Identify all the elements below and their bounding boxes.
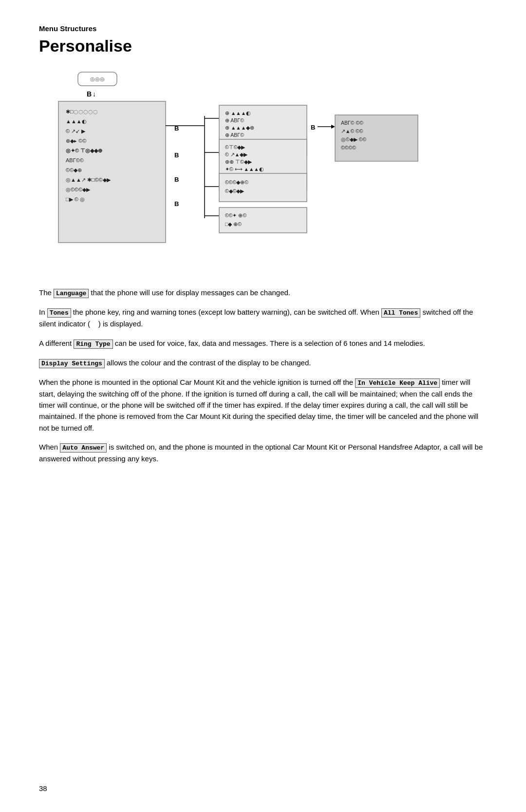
- svg-text:B: B: [174, 151, 179, 159]
- svg-text:ABΓ©  ©©: ABΓ© ©©: [341, 120, 363, 126]
- term-language: Language: [54, 289, 89, 298]
- page-number: 38: [39, 784, 47, 793]
- svg-text:© ↗▲◆▶: © ↗▲◆▶: [225, 151, 248, 157]
- paragraph-display-settings: Display Settings allows the colour and t…: [39, 357, 487, 369]
- svg-text:B: B: [87, 90, 92, 98]
- svg-text:B: B: [311, 124, 315, 131]
- section-label: Menu Structures: [39, 24, 487, 33]
- svg-text:▲▲▲◐: ▲▲▲◐: [66, 118, 87, 124]
- term-all-tones: All Tones: [381, 308, 420, 318]
- svg-text:B: B: [174, 176, 179, 183]
- paragraph-ring-type: A different Ring Type can be used for vo…: [39, 338, 487, 349]
- paragraph-auto-answer: When Auto Answer is switched on, and the…: [39, 441, 487, 464]
- svg-text:✱□◌◌◌◌◌: ✱□◌◌◌◌◌: [66, 109, 98, 114]
- svg-text:⊕  ABΓ©: ⊕ ABΓ©: [225, 132, 244, 138]
- svg-text:◎✦© ⊤◎◆◆⊕: ◎✦© ⊤◎◆◆⊕: [66, 148, 102, 153]
- svg-marker-45: [331, 125, 335, 129]
- svg-text:◎©©©◆▶: ◎©©©◆▶: [66, 187, 91, 192]
- svg-text:◎▲▲↗  ✱□©©◆▶: ◎▲▲↗ ✱□©©◆▶: [66, 177, 111, 183]
- svg-text:©©✦  ⊕©: ©©✦ ⊕©: [225, 212, 246, 218]
- svg-text:⊕◆▸  ©©: ⊕◆▸ ©©: [66, 138, 86, 144]
- svg-text:□▶  ©  ◎: □▶ © ◎: [66, 196, 85, 202]
- svg-text:⊕  ▲▲▲◐: ⊕ ▲▲▲◐: [225, 110, 251, 116]
- svg-text:◎◎◎: ◎◎◎: [90, 76, 105, 82]
- svg-text:↓: ↓: [93, 90, 96, 98]
- svg-rect-40: [219, 208, 307, 233]
- svg-text:©©©©: ©©©©: [341, 145, 356, 151]
- svg-text:B: B: [174, 200, 179, 208]
- svg-rect-37: [219, 173, 307, 202]
- svg-text:□◆  ⊕©: □◆ ⊕©: [225, 221, 242, 227]
- svg-text:✦©  ⟷  ▲▲▲◐: ✦© ⟷ ▲▲▲◐: [225, 166, 264, 172]
- svg-text:©⊤©◆▶: ©⊤©◆▶: [225, 144, 245, 150]
- svg-text:© ↗↙  ▶: © ↗↙ ▶: [66, 128, 86, 134]
- svg-text:↗▲©  ©©: ↗▲© ©©: [341, 128, 363, 134]
- term-in-vehicle: In Vehicle Keep Alive: [355, 378, 440, 388]
- term-auto-answer: Auto Answer: [60, 443, 107, 453]
- svg-text:©©◆⊕: ©©◆⊕: [66, 167, 82, 173]
- svg-text:©©©◆⊕©: ©©©◆⊕©: [225, 179, 248, 185]
- paragraph-tones: In Tones the phone key, ring and warning…: [39, 306, 487, 329]
- svg-text:©◆©◆▶: ©◆©◆▶: [225, 188, 244, 194]
- paragraph-language: The Language that the phone will use for…: [39, 287, 487, 299]
- svg-text:ABΓ©©: ABΓ©©: [66, 157, 84, 163]
- term-display-settings: Display Settings: [39, 359, 105, 368]
- paragraph-in-vehicle: When the phone is mounted in the optiona…: [39, 377, 487, 434]
- page-title: Personalise: [39, 37, 487, 56]
- svg-text:⊕  ABΓ©: ⊕ ABΓ©: [225, 117, 244, 123]
- svg-text:⊕  ▲▲▲◆⊕: ⊕ ▲▲▲◆⊕: [225, 125, 254, 131]
- term-ring-type: Ring Type: [74, 340, 113, 349]
- diagram: ◎◎◎ B ↓ ✱□◌◌◌◌◌ ▲▲▲◐ © ↗↙ ▶ ⊕◆▸ ©© ◎✦© ⊤…: [39, 67, 438, 273]
- svg-text:⊕⊕  ⊤©◆▶: ⊕⊕ ⊤©◆▶: [225, 159, 252, 165]
- svg-text:◎©◆▶  ©©: ◎©◆▶ ©©: [341, 136, 366, 142]
- term-tones: Tones: [47, 308, 71, 318]
